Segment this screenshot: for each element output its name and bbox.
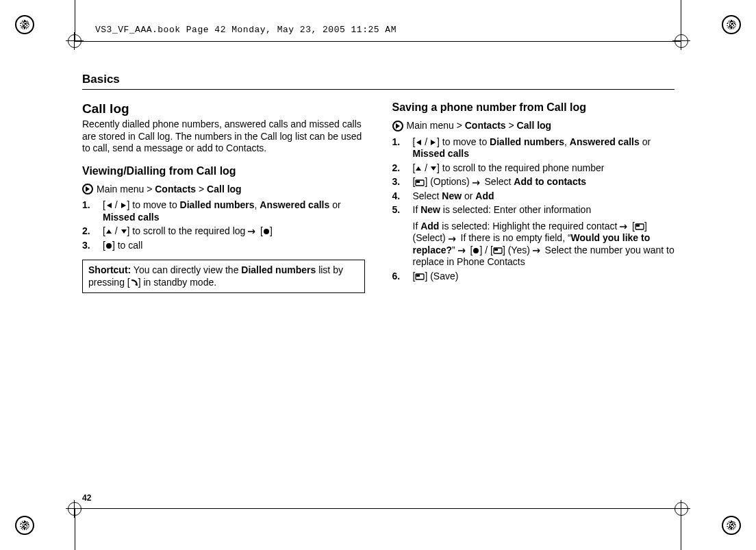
svg-rect-10	[494, 249, 498, 251]
goto-arrow-icon	[392, 121, 403, 132]
then-arrow-icon	[449, 236, 458, 242]
col-left: Call log Recently dialled phone numbers,…	[82, 101, 365, 293]
send-key-icon	[130, 279, 138, 287]
crosshair-icon	[672, 32, 690, 50]
left-arrow-icon	[105, 202, 112, 209]
section-header: Basics	[82, 72, 675, 90]
intro-text: Recently dialled phone numbers, answered…	[82, 118, 365, 155]
breadcrumb: Main menu > Contacts > Call log	[82, 184, 365, 196]
left-arrow-icon	[415, 139, 422, 146]
step: 6. [] (Save)	[392, 271, 675, 283]
up-arrow-icon	[105, 228, 112, 235]
step: 2. [ / ] to scroll to the required phone…	[392, 162, 675, 175]
step: 3. [] (Options) Select Add to contacts	[392, 176, 675, 188]
crosshair-icon	[66, 32, 84, 50]
center-key-icon	[105, 242, 112, 249]
up-arrow-icon	[415, 165, 422, 172]
step: 1. [ / ] to move to Dialled numbers, Ans…	[82, 199, 365, 223]
reg-mark-icon	[722, 15, 741, 34]
softkey-icon	[493, 247, 503, 254]
heading-saving-number: Saving a phone number from Call log	[392, 101, 675, 114]
page-body: Basics Call log Recently dialled phone n…	[82, 72, 675, 503]
reg-mark-icon	[722, 516, 741, 535]
svg-point-2	[106, 243, 112, 249]
breadcrumb-text: Main menu > Contacts > Call log	[407, 120, 552, 132]
svg-rect-12	[416, 275, 420, 277]
svg-rect-5	[416, 181, 420, 183]
breadcrumb: Main menu > Contacts > Call log	[392, 120, 675, 132]
then-arrow-icon	[533, 248, 542, 253]
softkey-icon	[415, 179, 425, 186]
center-key-icon	[473, 247, 479, 254]
down-arrow-icon	[121, 228, 127, 235]
reg-mark-icon	[15, 15, 34, 34]
softkey-icon	[415, 273, 425, 280]
then-arrow-icon	[473, 180, 482, 186]
page-number: 42	[82, 493, 91, 503]
svg-point-8	[473, 248, 479, 253]
right-arrow-icon	[121, 202, 127, 209]
right-arrow-icon	[430, 139, 437, 146]
crosshair-icon	[66, 500, 84, 518]
svg-point-1	[264, 229, 269, 234]
running-header: VS3_VF_AAA.book Page 42 Monday, May 23, …	[95, 25, 396, 36]
then-arrow-icon	[620, 224, 629, 229]
heading-viewing-dialling: Viewing/Dialling from Call log	[82, 164, 365, 178]
heading-call-log: Call log	[82, 101, 365, 117]
crosshair-icon	[672, 500, 690, 518]
step: 4. Select New or Add	[392, 190, 675, 203]
step: 1. [ / ] to move to Dialled numbers, Ans…	[392, 136, 675, 160]
step: 2. [ / ] to scroll to the required log […	[82, 225, 365, 238]
svg-rect-7	[636, 225, 640, 227]
goto-arrow-icon	[82, 184, 93, 195]
step: 5. If New is selected: Enter other infor…	[392, 204, 675, 268]
center-key-icon	[263, 228, 270, 235]
col-right: Saving a phone number from Call log Main…	[392, 101, 675, 293]
then-arrow-icon	[458, 248, 468, 253]
then-arrow-icon	[248, 229, 257, 234]
breadcrumb-text: Main menu > Contacts > Call log	[97, 184, 242, 196]
reg-mark-icon	[15, 516, 34, 535]
softkey-icon	[635, 223, 644, 230]
down-arrow-icon	[430, 165, 437, 172]
shortcut-box: Shortcut: You can directly view the Dial…	[82, 260, 365, 293]
crop-frame-bottom	[75, 501, 681, 550]
step: 3. [] to call	[82, 240, 365, 252]
